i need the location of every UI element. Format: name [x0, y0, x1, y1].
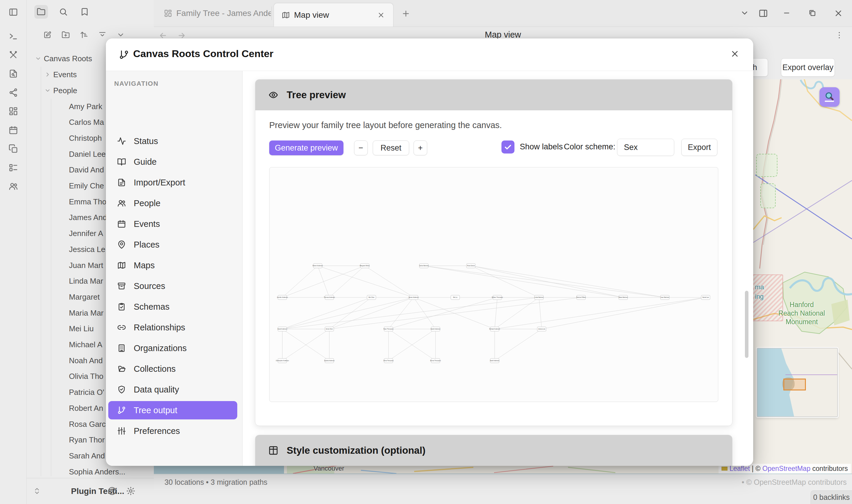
zoom-out-button[interactable]: −	[354, 141, 368, 155]
files-tab-button[interactable]	[34, 5, 48, 19]
tab-label: Family Tree - James Anders...	[176, 8, 271, 18]
nav-item-status[interactable]: Status	[108, 132, 237, 150]
nav-item-events[interactable]: Events	[108, 215, 237, 233]
tree-item-folder-events[interactable]: Events	[44, 68, 77, 82]
tree-item-person[interactable]: Olivia Tho	[69, 370, 104, 384]
close-tab-icon[interactable]	[377, 11, 385, 19]
tree-item-person[interactable]: Maria Mar	[69, 306, 104, 320]
tree-item-person[interactable]: Emma Tho	[69, 195, 107, 209]
more-options-icon[interactable]	[835, 31, 844, 40]
nav-item-relationships[interactable]: Relationships	[108, 318, 237, 337]
layout-list-ribbon-button[interactable]	[7, 161, 20, 174]
tree-preview-canvas[interactable]: Robert AndersonMargaret WilsonCarlos Mar…	[269, 167, 718, 402]
tree-item-person[interactable]: Sophia Anders...	[69, 465, 125, 479]
new-folder-button[interactable]	[59, 29, 72, 41]
terminal-ribbon-button[interactable]	[7, 30, 20, 42]
nav-item-preferences[interactable]: Preferences	[108, 422, 237, 440]
map-search-button[interactable]	[819, 87, 839, 107]
tree-item-person[interactable]: James And	[69, 211, 107, 225]
tree-item-person[interactable]: Amy Park	[69, 100, 102, 113]
minimap-inset[interactable]	[757, 348, 838, 417]
new-tab-button[interactable]	[400, 8, 412, 19]
export-button[interactable]: Export	[681, 139, 718, 156]
help-icon[interactable]	[107, 486, 117, 496]
search-tab-button[interactable]	[56, 5, 70, 19]
tools-ribbon-button[interactable]	[7, 49, 20, 61]
nav-item-collections[interactable]: Collections	[108, 360, 237, 378]
nav-item-guide[interactable]: Guide	[108, 152, 237, 171]
tree-item-person[interactable]: Jessica Le	[69, 242, 105, 256]
tree-item-person[interactable]: Noah And	[69, 354, 103, 368]
color-scheme-select[interactable]: Sex	[617, 139, 674, 156]
share-2-ribbon-button[interactable]	[7, 86, 20, 99]
style-customization-card[interactable]: Style customization (optional)	[255, 435, 732, 466]
minimize-icon[interactable]	[782, 8, 791, 17]
nav-item-sources[interactable]: Sources	[108, 277, 237, 295]
nav-item-tree-output[interactable]: Tree output	[108, 401, 237, 419]
tree-item-person[interactable]: David And	[69, 163, 104, 177]
tree-node-label: Noah Anderson	[490, 360, 500, 361]
vault-name[interactable]: Plugin Testi...	[71, 487, 127, 496]
nav-item-schemas[interactable]: Schemas	[108, 298, 237, 316]
sort-order-button[interactable]	[77, 29, 91, 41]
nav-item-label: Maps	[134, 260, 155, 270]
show-labels-checkbox[interactable]	[502, 141, 514, 154]
tree-item-label: Maria Mar	[69, 308, 104, 318]
collapse-all-button[interactable]	[96, 29, 109, 41]
tree-item-person[interactable]: Daniel Lee	[69, 147, 106, 161]
tree-item-label: Carlos Ma	[69, 118, 104, 127]
tree-item-person[interactable]: Emily Che	[69, 179, 104, 193]
git-branch-icon	[117, 406, 126, 415]
nav-item-import-export[interactable]: Import/Export	[108, 173, 237, 192]
tree-item-person[interactable]: Carlos Ma	[69, 115, 104, 129]
osm-link[interactable]: OpenStreetMap	[762, 465, 810, 473]
export-overlay-button[interactable]: Export overlay	[781, 58, 835, 77]
tree-item-person[interactable]: Ryan Thor	[69, 433, 105, 447]
modal-close-icon[interactable]	[730, 49, 740, 58]
tree-item-person[interactable]: Margaret	[69, 290, 100, 304]
tree-item-person[interactable]: Linda Mar	[69, 274, 103, 288]
zoom-in-button[interactable]: +	[414, 141, 427, 155]
tree-item-root[interactable]: Canvas Roots	[35, 52, 92, 66]
tree-item-person[interactable]: Christoph	[69, 131, 102, 145]
tab-family-tree[interactable]: Family Tree - James Anders...	[160, 0, 276, 26]
layout-dashboard-ribbon-button[interactable]	[7, 105, 20, 118]
bookmarks-tab-button[interactable]	[78, 5, 91, 19]
close-window-icon[interactable]	[834, 8, 843, 18]
generate-preview-button[interactable]: Generate preview	[269, 141, 343, 155]
tree-item-person[interactable]: Patricia O'	[69, 385, 104, 400]
modal-scrollbar-thumb[interactable]	[745, 291, 748, 358]
vault-switcher-bar[interactable]: Plugin Testi...	[26, 478, 154, 504]
new-note-button[interactable]	[41, 29, 54, 41]
tree-item-person[interactable]: Rosa Garc	[69, 417, 106, 431]
restore-window-icon[interactable]	[808, 8, 817, 17]
reset-button[interactable]: Reset	[373, 141, 409, 155]
users-ribbon-button[interactable]	[7, 180, 20, 193]
toggle-left-sidebar-button[interactable]	[7, 6, 20, 19]
nav-item-places[interactable]: Places	[108, 235, 237, 254]
file-search-ribbon-button[interactable]	[7, 67, 20, 80]
nav-item-people[interactable]: People	[108, 194, 237, 212]
tree-item-person[interactable]: Michael A	[69, 338, 102, 352]
tree-item-person[interactable]: Mei Liu	[69, 322, 94, 336]
zoom-out-label: −	[359, 143, 363, 152]
nav-item-maps[interactable]: Maps	[108, 256, 237, 274]
tab-map-view[interactable]: Map view	[274, 3, 394, 26]
backlinks-badge[interactable]: 0 backlinks	[811, 490, 852, 504]
copy-ribbon-button[interactable]	[7, 142, 20, 155]
calendar-ribbon-button[interactable]	[7, 124, 20, 137]
tree-item-person[interactable]: Robert An	[69, 401, 103, 415]
toggle-right-sidebar-icon[interactable]	[759, 8, 768, 18]
tab-bar: Family Tree - James Anders... Map view	[154, 0, 852, 26]
tab-list-chevron-icon[interactable]	[740, 8, 749, 17]
leaflet-link[interactable]: Leaflet	[729, 465, 750, 473]
tree-item-person[interactable]: Jennifer A	[69, 227, 103, 241]
nav-item-organizations[interactable]: Organizations	[108, 339, 237, 357]
tree-item-person[interactable]: Sarah And	[69, 449, 105, 463]
nav-item-data-quality[interactable]: Data quality	[108, 380, 237, 399]
attribution-separator: | ©	[750, 465, 762, 473]
settings-gear-icon[interactable]	[126, 486, 135, 496]
tree-item-person[interactable]: Juan Mart	[69, 258, 103, 272]
tree-node-label: Margaret Wilson	[360, 265, 370, 267]
tree-item-folder-people[interactable]: People	[44, 84, 77, 97]
